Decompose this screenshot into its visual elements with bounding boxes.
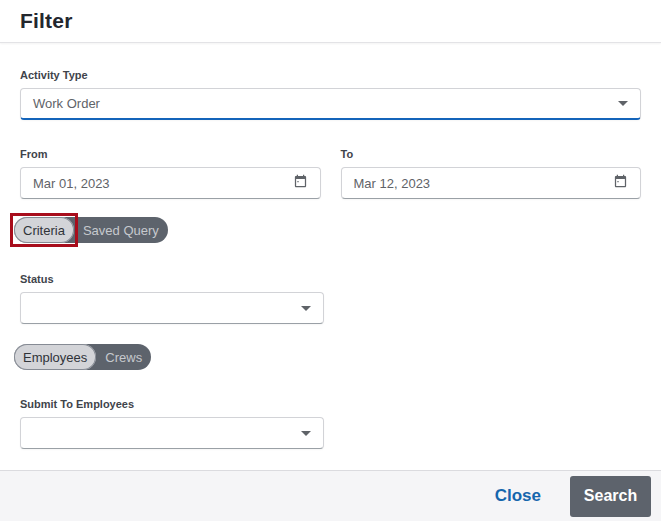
filter-dialog: Filter Activity Type Work Order From Mar… bbox=[0, 0, 661, 521]
chevron-down-icon bbox=[618, 101, 628, 106]
chevron-down-icon bbox=[301, 306, 311, 311]
status-field: Status bbox=[20, 273, 641, 324]
dialog-content: Activity Type Work Order From Mar 01, 20… bbox=[0, 69, 661, 449]
submit-to-employees-select[interactable] bbox=[20, 417, 324, 449]
from-date-field: From Mar 01, 2023 bbox=[20, 148, 321, 199]
from-date-input[interactable]: Mar 01, 2023 bbox=[20, 167, 321, 199]
query-mode-toggle-row: Criteria Saved Query bbox=[14, 217, 641, 243]
toggle-saved-query[interactable]: Saved Query bbox=[74, 217, 168, 243]
toggle-crews[interactable]: Crews bbox=[96, 344, 151, 370]
calendar-icon bbox=[293, 174, 308, 192]
activity-type-field: Activity Type Work Order bbox=[20, 69, 641, 120]
assignee-mode-toggle: Employees Crews bbox=[14, 344, 151, 370]
chevron-down-icon bbox=[301, 431, 311, 436]
close-button[interactable]: Close bbox=[495, 486, 541, 506]
from-date-value: Mar 01, 2023 bbox=[33, 176, 110, 191]
from-label: From bbox=[20, 148, 321, 161]
dialog-header: Filter bbox=[0, 0, 661, 43]
to-date-field: To Mar 12, 2023 bbox=[341, 148, 642, 199]
to-label: To bbox=[341, 148, 642, 161]
toggle-criteria[interactable]: Criteria bbox=[14, 217, 74, 243]
from-calendar-button[interactable] bbox=[293, 174, 308, 192]
toggle-employees[interactable]: Employees bbox=[14, 344, 96, 370]
to-date-input[interactable]: Mar 12, 2023 bbox=[341, 167, 642, 199]
calendar-icon bbox=[613, 174, 628, 192]
activity-type-select[interactable]: Work Order bbox=[20, 88, 641, 120]
to-calendar-button[interactable] bbox=[613, 174, 628, 192]
assignee-mode-toggle-row: Employees Crews bbox=[14, 344, 641, 370]
activity-type-value: Work Order bbox=[33, 96, 100, 111]
submit-to-employees-field: Submit To Employees bbox=[20, 398, 641, 449]
status-label: Status bbox=[20, 273, 641, 286]
submit-to-employees-label: Submit To Employees bbox=[20, 398, 641, 411]
query-mode-toggle: Criteria Saved Query bbox=[14, 217, 168, 243]
activity-type-label: Activity Type bbox=[20, 69, 641, 82]
dialog-footer: Close Search bbox=[0, 470, 661, 521]
date-range-row: From Mar 01, 2023 To Mar 12, 2023 bbox=[20, 148, 641, 199]
search-button[interactable]: Search bbox=[570, 476, 651, 517]
page-title: Filter bbox=[20, 9, 641, 33]
to-date-value: Mar 12, 2023 bbox=[354, 176, 431, 191]
status-select[interactable] bbox=[20, 292, 324, 324]
